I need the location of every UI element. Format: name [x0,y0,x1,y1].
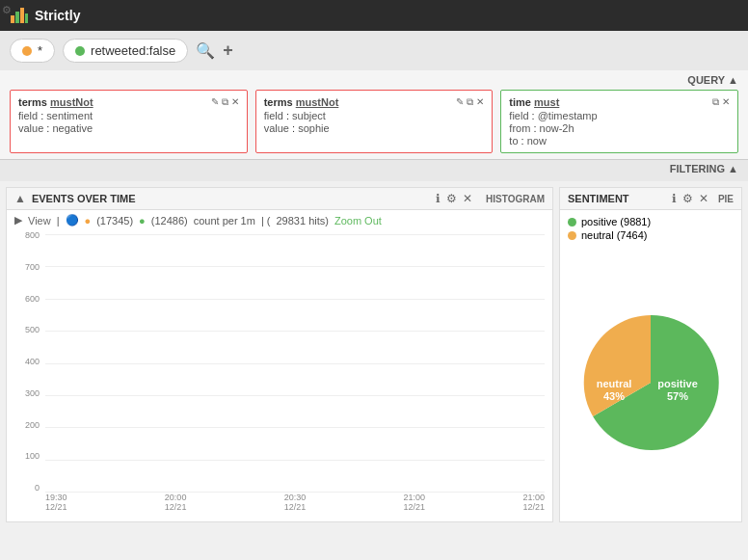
card-1-value: value : negative [18,122,239,134]
search-value-2: retweeted:false [91,43,175,58]
y-axis: 800 700 600 500 400 300 200 100 0 [7,230,41,493]
chart-settings-icon[interactable]: ⚙ [2,4,12,16]
chart-area: 800 700 600 500 400 300 200 100 0 19:301… [7,230,552,521]
card-1-close-icon[interactable]: ✕ [231,96,239,108]
card-1-title: terms mustNot [18,96,94,108]
sentiment-gear-icon[interactable]: ⚙ [682,192,693,205]
green-count: (12486) [151,215,188,227]
total-hits: 29831 hits) [276,215,328,227]
legend-neutral-label: neutral (7464) [581,229,648,241]
query-card-1: terms mustNot ✎ ⧉ ✕ field : sentiment va… [10,90,248,153]
y-label-0: 0 [9,483,40,493]
query-section: QUERY ▲ terms mustNot ✎ ⧉ ✕ field : sent… [0,70,748,159]
card-2-value: value : sophie [264,122,485,134]
svg-rect-1 [15,12,19,23]
card-3-from: from : now-2h [509,122,730,134]
sentiment-panel: SENTIMENT ℹ ⚙ ✕ PIE positive (9881) neut… [559,187,742,522]
y-label-200: 200 [9,420,40,430]
add-filter-button[interactable]: + [223,40,233,61]
card-3-copy-icon[interactable]: ⧉ [712,96,719,108]
filtering-label: FILTERING [670,163,725,174]
sentiment-panel-header: SENTIMENT ℹ ⚙ ✕ PIE [560,188,741,210]
pie-neutral-text: neutral [597,378,632,389]
separator-2: 🔵 [66,214,79,227]
card-1-copy-icon[interactable]: ⧉ [222,96,228,108]
query-header[interactable]: QUERY ▲ [10,74,738,86]
card-3-to: to : now [509,135,730,147]
legend-green-dot [568,218,576,227]
svg-rect-2 [20,8,24,23]
pie-positive-text: positive [657,378,698,389]
app-title: Strictly [35,8,80,23]
main-content: ▲ EVENTS OVER TIME ℹ ⚙ ✕ HISTOGRAM ⚙ ▶ V… [0,181,748,528]
pie-legend: positive (9881) neutral (7464) [560,210,741,243]
events-close-icon[interactable]: ✕ [463,192,472,205]
pie-positive-pct: 57% [667,390,688,402]
card-2-field: field : subject [264,110,485,121]
y-label-700: 700 [9,262,40,272]
y-label-400: 400 [9,357,40,366]
x-axis: 19:3012/21 20:0012/21 20:3012/21 21:0012… [45,493,545,521]
y-label-300: 300 [9,388,40,398]
legend-yellow-dot [568,231,576,240]
query-label: QUERY [687,74,725,86]
green-dot: ● [139,215,146,227]
separator-1: | [57,215,60,227]
card-1-edit-icon[interactable]: ✎ [211,96,219,108]
chart-triangle-icon[interactable]: ▶ [14,214,22,227]
sentiment-info-icon[interactable]: ℹ [672,192,677,205]
filtering-header[interactable]: FILTERING ▲ [10,163,738,174]
x-label-1930: 19:3012/21 [45,493,67,521]
y-label-100: 100 [9,451,40,461]
events-collapse-icon[interactable]: ▲ [14,192,26,205]
search-pill-1[interactable]: * [10,39,55,63]
search-button[interactable]: 🔍 [196,41,215,60]
view-link[interactable]: View [28,215,51,227]
svg-rect-3 [25,13,28,23]
legend-positive: positive (9881) [568,216,734,227]
card-3-field: field : @timestamp [509,110,730,121]
x-label-2100b: 21:0012/21 [522,493,545,521]
events-panel-header: ▲ EVENTS OVER TIME ℹ ⚙ ✕ HISTOGRAM [7,188,552,210]
legend-neutral: neutral (7464) [568,229,734,241]
y-label-500: 500 [9,325,40,334]
y-label-600: 600 [9,294,40,304]
sentiment-panel-title: SENTIMENT [568,193,666,204]
query-cards: terms mustNot ✎ ⧉ ✕ field : sentiment va… [10,90,738,153]
dot-orange-icon [22,46,32,56]
card-1-field: field : sentiment [18,110,239,121]
count-per: count per 1m [194,215,255,227]
search-pill-2[interactable]: retweeted:false [63,39,188,63]
dot-green-icon [75,46,85,56]
titlebar: Strictly [0,0,748,31]
searchbar: * retweeted:false 🔍 + [0,31,748,70]
events-gear-icon[interactable]: ⚙ [446,192,457,205]
y-label-800: 800 [9,230,40,240]
events-panel: ▲ EVENTS OVER TIME ℹ ⚙ ✕ HISTOGRAM ⚙ ▶ V… [6,187,553,522]
pie-label: PIE [718,194,734,204]
card-2-close-icon[interactable]: ✕ [476,96,484,108]
bars-container [45,234,545,493]
orange-count: (17345) [96,215,133,227]
card-2-edit-icon[interactable]: ✎ [456,96,464,108]
pie-neutral-pct: 43% [603,390,625,402]
separator-3: | ( [261,215,271,227]
sentiment-close-icon[interactable]: ✕ [699,192,708,205]
card-3-close-icon[interactable]: ✕ [722,96,730,108]
x-label-2000: 20:0012/21 [165,493,187,521]
x-label-2030: 20:3012/21 [284,493,307,521]
pie-container: neutral 43% positive 57% [560,243,741,521]
histogram-label: HISTOGRAM [486,194,545,204]
bar-chart-icon [10,6,29,25]
card-2-copy-icon[interactable]: ⧉ [467,96,473,108]
legend-positive-label: positive (9881) [581,216,651,227]
zoom-link[interactable]: Zoom Out [334,215,382,227]
query-card-3: time must ⧉ ✕ field : @timestamp from : … [500,90,738,153]
events-info-icon[interactable]: ℹ [436,192,441,205]
orange-dot: ● [85,215,92,227]
events-panel-title: EVENTS OVER TIME [32,193,430,204]
pie-chart: neutral 43% positive 57% [574,306,728,460]
filtering-section: FILTERING ▲ [0,159,748,181]
chart-controls: ⚙ ▶ View | 🔵 ● (17345) ● (12486) count p… [7,210,552,230]
query-card-2: terms mustNot ✎ ⧉ ✕ field : subject valu… [255,90,494,153]
